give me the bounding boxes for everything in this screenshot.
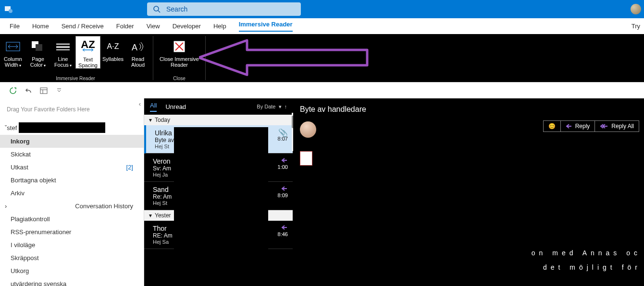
sort-menu[interactable]: By Date ▾ ↑ (254, 104, 287, 110)
read-aloud-button[interactable]: A Read Aloud (125, 36, 150, 69)
svg-rect-17 (40, 88, 47, 94)
ribbon-group-label-close: Close (155, 76, 203, 81)
page-color-button[interactable]: Page Color (25, 36, 50, 69)
folder-plagiatkontroll[interactable]: Plagiatkontroll (0, 213, 144, 226)
folder-utkorg[interactable]: Utkorg (0, 264, 144, 277)
reply-icon (281, 185, 288, 193)
close-icon (169, 38, 189, 55)
undo-icon (25, 87, 32, 95)
read-aloud-icon: A (128, 38, 148, 55)
customize-qat-button[interactable] (53, 84, 65, 97)
folder-conversation-history[interactable]: ›Conversation History (0, 200, 144, 213)
folder-skickat[interactable]: Skickat (0, 148, 144, 161)
folder-borttagna[interactable]: Borttagna objekt (0, 174, 144, 187)
reply-icon (281, 156, 288, 165)
message-body: on med Annas oc det möjligt för (532, 246, 641, 274)
folder-rss[interactable]: RSS-prenumerationer (0, 226, 144, 238)
chevron-down-icon: ▾ (279, 104, 282, 110)
syllables-button[interactable]: A·Z Syllables (100, 36, 125, 69)
message-list-pane: All Unread By Date ▾ ↑ ▾Today Ulrika Byt… (144, 98, 293, 286)
message-subject: Byte av handledare (300, 105, 639, 114)
chevron-right-icon: › (5, 203, 7, 210)
column-width-icon (3, 38, 23, 55)
app-icon (0, 4, 17, 14)
tab-home[interactable]: Home (32, 23, 49, 30)
quick-access-toolbar (0, 82, 644, 98)
group-today[interactable]: ▾Today (144, 115, 293, 125)
reply-button[interactable]: Reply (560, 120, 595, 132)
redacted-overlay (174, 127, 268, 286)
tab-view[interactable]: View (147, 23, 160, 30)
folder-inkorg[interactable]: Inkorg (0, 135, 144, 148)
favorites-drop-hint: Drag Your Favorite Folders Here (0, 98, 144, 120)
account-name: stef (7, 124, 17, 131)
main-panes: ‹ Drag Your Favorite Folders Here ˇ stef… (0, 98, 644, 286)
svg-point-2 (154, 6, 159, 11)
line-focus-icon (53, 38, 73, 55)
tab-folder[interactable]: Folder (116, 23, 134, 30)
svg-text:A: A (132, 43, 137, 52)
collapse-folders-button[interactable]: ‹ (139, 100, 141, 107)
title-bar: Search (0, 0, 644, 18)
reply-all-button[interactable]: Reply All (594, 120, 639, 132)
react-button[interactable]: 😊 (543, 120, 561, 132)
ribbon-tabs: File Home Send / Receive Folder View Dev… (0, 18, 644, 34)
folder-arkiv[interactable]: Arkiv (0, 187, 144, 200)
tab-help[interactable]: Help (213, 23, 226, 30)
svg-line-3 (158, 11, 160, 12)
ribbon-group-label-ir: Immersive Reader (0, 76, 151, 81)
sort-direction-icon: ↑ (285, 104, 287, 109)
svg-point-1 (9, 9, 12, 13)
reply-all-icon (600, 123, 608, 129)
attachment-icon: 📎 (278, 128, 288, 137)
chevron-down-icon: ▾ (149, 117, 152, 123)
try-label[interactable]: Try (632, 23, 640, 30)
tab-developer[interactable]: Developer (173, 23, 201, 30)
tab-file[interactable]: File (10, 23, 20, 30)
filter-all-tab[interactable]: All (150, 102, 157, 112)
text-spacing-icon: AZ (78, 38, 98, 56)
sender-avatar (300, 121, 316, 138)
folder-vilolage[interactable]: I viloläge (0, 238, 144, 251)
filter-unread-tab[interactable]: Unread (165, 103, 186, 110)
redacted-account (19, 122, 105, 133)
undo-button[interactable] (22, 84, 35, 97)
tab-immersive-reader[interactable]: Immersive Reader (239, 21, 293, 32)
reply-icon (281, 224, 288, 232)
ribbon: Column Width Page Color Line Focus AZ Te… (0, 34, 644, 82)
close-immersive-reader-button[interactable]: Close Immersive Reader (158, 36, 201, 68)
line-focus-button[interactable]: Line Focus (50, 36, 75, 69)
syllables-icon: A·Z (103, 38, 123, 55)
search-input[interactable]: Search (147, 2, 301, 16)
column-width-button[interactable]: Column Width (0, 36, 25, 69)
reply-icon (566, 123, 572, 129)
folder-utkast[interactable]: Utkast[2] (0, 161, 144, 174)
search-placeholder: Search (166, 5, 187, 13)
tab-send-receive[interactable]: Send / Receive (62, 23, 104, 30)
profile-avatar[interactable] (631, 4, 641, 14)
search-icon (152, 5, 161, 13)
folder-pane: ‹ Drag Your Favorite Folders Here ˇ stef… (0, 98, 144, 286)
reading-pane: Byte av handledare 😊 Reply Reply All on … (293, 98, 644, 286)
folder-skrappost[interactable]: Skräppost (0, 251, 144, 264)
sync-icon (9, 87, 17, 95)
account-header[interactable]: ˇ stef (0, 120, 144, 135)
folder-utvardering[interactable]: utvärdering svenska (0, 277, 144, 286)
chevron-down-icon: ▾ (149, 212, 152, 219)
text-spacing-button[interactable]: AZ Text Spacing (75, 36, 100, 69)
chevron-down-icon (57, 88, 62, 93)
layout-icon (40, 87, 48, 94)
svg-rect-7 (36, 44, 42, 51)
sync-button[interactable] (7, 84, 19, 97)
smile-icon: 😊 (548, 123, 556, 130)
layout-button[interactable] (37, 84, 50, 97)
page-color-icon (28, 38, 48, 55)
attachment-thumbnail[interactable] (300, 151, 312, 166)
